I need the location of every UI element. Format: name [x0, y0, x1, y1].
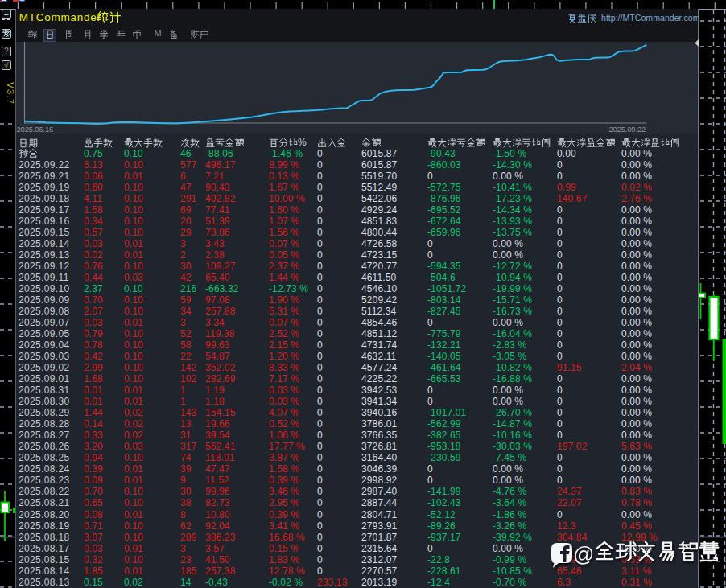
svg-text:@: @: [573, 542, 594, 566]
